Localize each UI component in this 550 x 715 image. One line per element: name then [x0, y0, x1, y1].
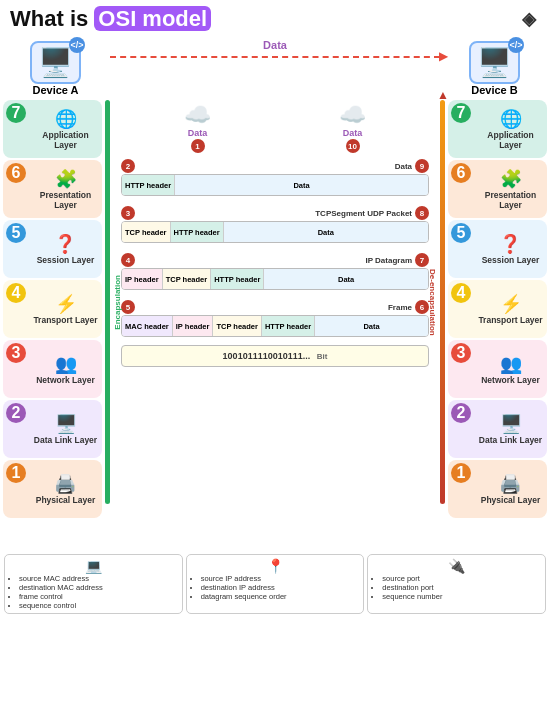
layer-num-1: 1 [451, 463, 471, 483]
packet-bar-0: HTTP headerData [121, 174, 429, 196]
pkt-cell-data: Data [315, 316, 428, 336]
packet-row-0: 2Data9HTTP headerData [121, 159, 429, 196]
step-2: 3 [121, 206, 135, 220]
step-3: 4 [121, 253, 135, 267]
layer-name-6: Presentation Layer [33, 190, 98, 210]
brand-icon: ◈ [522, 8, 536, 30]
layer-emoji-2: 🖥️ [500, 415, 522, 433]
packet-row-1: 3TCPSegment UDP Packet8TCP headerHTTP he… [121, 206, 429, 243]
left-layer-6: 6🧩Presentation Layer [3, 160, 102, 218]
right-layer-3: 3👥Network Layer [448, 340, 547, 398]
cloud-right-label: Data [343, 128, 363, 138]
bit-row: 1001011110010111... Bit [121, 345, 429, 367]
title-prefix: What is [10, 6, 94, 31]
packet-bar-1: TCP headerHTTP headerData [121, 221, 429, 243]
right-layer-2: 2🖥️Data Link Layer [448, 400, 547, 458]
layer-name-4: Transport Layer [478, 315, 542, 325]
main-content: 7🌐Application Layer6🧩Presentation Layer5… [0, 96, 550, 554]
layer-num-2: 2 [451, 403, 471, 423]
right-layer-6: 6🧩Presentation Layer [448, 160, 547, 218]
layer-emoji-6: 🧩 [500, 170, 522, 188]
layer-name-5: Session Layer [37, 255, 95, 265]
layer-name-2: Data Link Layer [479, 435, 542, 445]
info-icon-1: 📍 [191, 558, 360, 574]
layer-name-1: Physical Layer [481, 495, 541, 505]
layer-emoji-1: 🖨️ [54, 475, 76, 493]
left-layer-2: 2🖥️Data Link Layer [3, 400, 102, 458]
packet-bar-3: MAC headerIP headerTCP headerHTTP header… [121, 315, 429, 337]
layer-num-4: 4 [451, 283, 471, 303]
pkt-cell-data: Data [224, 222, 428, 242]
layer-num-7: 7 [451, 103, 471, 123]
pkt-cell-http-header: HTTP header [262, 316, 315, 336]
step-8: 8 [415, 206, 429, 220]
info-list-item: destination port [382, 583, 541, 592]
title-highlight: OSI model [94, 6, 211, 31]
pkt-cell-tcp-header: TCP header [213, 316, 262, 336]
step-1: 1 [191, 139, 205, 153]
info-list-item: sequence number [382, 592, 541, 601]
packet-label-0: Data [135, 162, 415, 171]
step-1: 2 [121, 159, 135, 173]
pkt-cell-data: Data [175, 175, 428, 195]
layer-name-3: Network Layer [481, 375, 540, 385]
right-layer-5: 5❓Session Layer [448, 220, 547, 278]
pkt-cell-http-header: HTTP header [211, 269, 264, 289]
info-list-item: datagram sequence order [201, 592, 360, 601]
layer-name-2: Data Link Layer [34, 435, 97, 445]
decapsulation-label: De-encapsulation [428, 269, 437, 336]
cloud-right: ☁️ Data 10 [339, 102, 366, 153]
layer-name-7: Application Layer [478, 130, 543, 150]
device-b: 🖥️ </> Device B [469, 41, 520, 96]
info-list-item: frame control [19, 592, 178, 601]
layer-num-7: 7 [6, 103, 26, 123]
device-b-label: Device B [471, 84, 517, 96]
layer-num-6: 6 [451, 163, 471, 183]
layer-num-5: 5 [6, 223, 26, 243]
encapsulation-label: Encapsulation [113, 275, 122, 330]
layer-name-7: Application Layer [33, 130, 98, 150]
packet-row-3: 5Frame6MAC headerIP headerTCP headerHTTP… [121, 300, 429, 337]
layer-num-3: 3 [6, 343, 26, 363]
info-list-item: source MAC address [19, 574, 178, 583]
layer-emoji-7: 🌐 [55, 110, 77, 128]
layer-emoji-1: 🖨️ [499, 475, 521, 493]
right-layer-1: 1🖨️Physical Layer [448, 460, 547, 518]
step-4: 5 [121, 300, 135, 314]
info-list-2: source portdestination portsequence numb… [372, 574, 541, 601]
device-a-label: Device A [32, 84, 78, 96]
header: What is OSI model ◈ [0, 0, 550, 34]
info-list-item: destination IP address [201, 583, 360, 592]
page-title: What is OSI model [10, 6, 211, 32]
cloud-left: ☁️ Data 1 [184, 102, 211, 153]
layer-num-4: 4 [6, 283, 26, 303]
left-layer-3: 3👥Network Layer [3, 340, 102, 398]
data-label-top: Data [263, 39, 287, 51]
cloud-left-label: Data [188, 128, 208, 138]
info-icon-2: 🔌 [372, 558, 541, 574]
pkt-cell-tcp-header: TCP header [122, 222, 171, 242]
layer-emoji-5: ❓ [54, 235, 76, 253]
info-list-item: source port [382, 574, 541, 583]
layer-emoji-3: 👥 [500, 355, 522, 373]
brand-logo: ◈ [522, 8, 540, 30]
layer-emoji-4: ⚡ [55, 295, 77, 313]
info-box-2: 🔌source portdestination portsequence num… [367, 554, 546, 614]
packet-label-3: Frame [135, 303, 415, 312]
layer-emoji-4: ⚡ [500, 295, 522, 313]
info-box-0: 💻source MAC addressdestination MAC addre… [4, 554, 183, 614]
left-layer-7: 7🌐Application Layer [3, 100, 102, 158]
info-list-1: source IP addressdestination IP addressd… [191, 574, 360, 601]
layer-emoji-5: ❓ [499, 235, 521, 253]
devices-row: 🖥️ </> Device A Data 🖥️ </> Device B [0, 34, 550, 96]
left-layer-1: 1🖨️Physical Layer [3, 460, 102, 518]
layer-name-1: Physical Layer [36, 495, 96, 505]
pkt-cell-http-header: HTTP header [171, 222, 224, 242]
info-list-0: source MAC addressdestination MAC addres… [9, 574, 178, 610]
info-boxes: 💻source MAC addressdestination MAC addre… [0, 552, 550, 616]
pkt-cell-ip-header: IP header [173, 316, 214, 336]
layer-emoji-7: 🌐 [500, 110, 522, 128]
left-layer-4: 4⚡Transport Layer [3, 280, 102, 338]
packet-label-2: IP Datagram [135, 256, 415, 265]
left-layers: 7🌐Application Layer6🧩Presentation Layer5… [0, 100, 105, 554]
